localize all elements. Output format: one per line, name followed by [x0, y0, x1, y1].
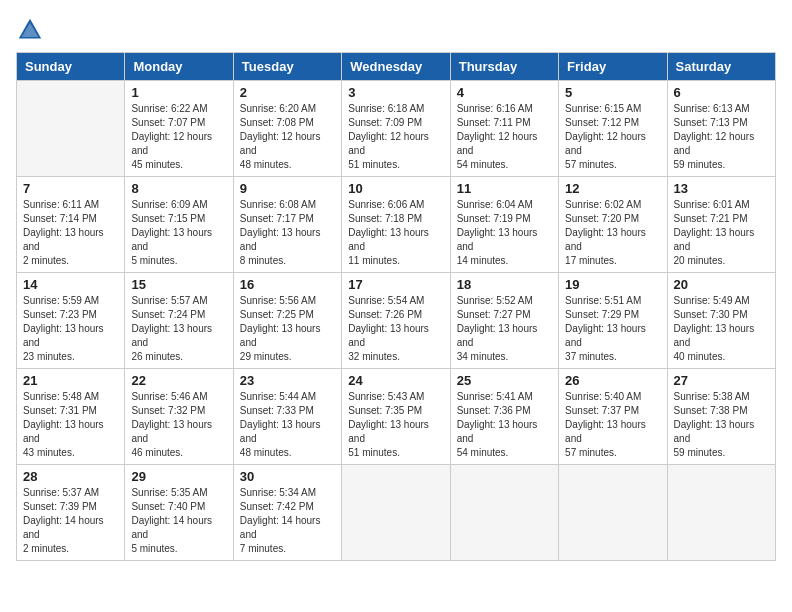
day-info: Sunrise: 6:06 AMSunset: 7:18 PMDaylight:… — [348, 198, 443, 268]
calendar-cell: 15Sunrise: 5:57 AMSunset: 7:24 PMDayligh… — [125, 273, 233, 369]
calendar-cell: 6Sunrise: 6:13 AMSunset: 7:13 PMDaylight… — [667, 81, 775, 177]
day-info: Sunrise: 6:16 AMSunset: 7:11 PMDaylight:… — [457, 102, 552, 172]
calendar-cell: 2Sunrise: 6:20 AMSunset: 7:08 PMDaylight… — [233, 81, 341, 177]
day-number: 13 — [674, 181, 769, 196]
day-info: Sunrise: 6:08 AMSunset: 7:17 PMDaylight:… — [240, 198, 335, 268]
calendar-cell: 11Sunrise: 6:04 AMSunset: 7:19 PMDayligh… — [450, 177, 558, 273]
weekday-header-wednesday: Wednesday — [342, 53, 450, 81]
calendar-header-row: SundayMondayTuesdayWednesdayThursdayFrid… — [17, 53, 776, 81]
weekday-header-friday: Friday — [559, 53, 667, 81]
day-info: Sunrise: 5:35 AMSunset: 7:40 PMDaylight:… — [131, 486, 226, 556]
calendar-cell: 3Sunrise: 6:18 AMSunset: 7:09 PMDaylight… — [342, 81, 450, 177]
calendar-cell: 8Sunrise: 6:09 AMSunset: 7:15 PMDaylight… — [125, 177, 233, 273]
page-header — [16, 16, 776, 44]
calendar-cell: 1Sunrise: 6:22 AMSunset: 7:07 PMDaylight… — [125, 81, 233, 177]
day-info: Sunrise: 6:01 AMSunset: 7:21 PMDaylight:… — [674, 198, 769, 268]
day-info: Sunrise: 5:37 AMSunset: 7:39 PMDaylight:… — [23, 486, 118, 556]
day-number: 17 — [348, 277, 443, 292]
day-info: Sunrise: 5:59 AMSunset: 7:23 PMDaylight:… — [23, 294, 118, 364]
calendar-cell: 18Sunrise: 5:52 AMSunset: 7:27 PMDayligh… — [450, 273, 558, 369]
calendar-week-1: 1Sunrise: 6:22 AMSunset: 7:07 PMDaylight… — [17, 81, 776, 177]
calendar-cell: 28Sunrise: 5:37 AMSunset: 7:39 PMDayligh… — [17, 465, 125, 561]
day-number: 16 — [240, 277, 335, 292]
day-info: Sunrise: 6:22 AMSunset: 7:07 PMDaylight:… — [131, 102, 226, 172]
day-info: Sunrise: 6:09 AMSunset: 7:15 PMDaylight:… — [131, 198, 226, 268]
calendar-cell: 20Sunrise: 5:49 AMSunset: 7:30 PMDayligh… — [667, 273, 775, 369]
day-number: 9 — [240, 181, 335, 196]
day-info: Sunrise: 6:18 AMSunset: 7:09 PMDaylight:… — [348, 102, 443, 172]
calendar-cell: 30Sunrise: 5:34 AMSunset: 7:42 PMDayligh… — [233, 465, 341, 561]
calendar-week-4: 21Sunrise: 5:48 AMSunset: 7:31 PMDayligh… — [17, 369, 776, 465]
day-info: Sunrise: 5:46 AMSunset: 7:32 PMDaylight:… — [131, 390, 226, 460]
day-number: 27 — [674, 373, 769, 388]
weekday-header-sunday: Sunday — [17, 53, 125, 81]
day-number: 12 — [565, 181, 660, 196]
day-info: Sunrise: 5:41 AMSunset: 7:36 PMDaylight:… — [457, 390, 552, 460]
day-info: Sunrise: 5:34 AMSunset: 7:42 PMDaylight:… — [240, 486, 335, 556]
day-number: 8 — [131, 181, 226, 196]
day-number: 24 — [348, 373, 443, 388]
calendar-cell: 12Sunrise: 6:02 AMSunset: 7:20 PMDayligh… — [559, 177, 667, 273]
day-number: 2 — [240, 85, 335, 100]
day-number: 4 — [457, 85, 552, 100]
day-number: 15 — [131, 277, 226, 292]
calendar-cell: 13Sunrise: 6:01 AMSunset: 7:21 PMDayligh… — [667, 177, 775, 273]
day-number: 30 — [240, 469, 335, 484]
calendar-cell: 21Sunrise: 5:48 AMSunset: 7:31 PMDayligh… — [17, 369, 125, 465]
day-number: 21 — [23, 373, 118, 388]
calendar-cell: 4Sunrise: 6:16 AMSunset: 7:11 PMDaylight… — [450, 81, 558, 177]
calendar-cell: 5Sunrise: 6:15 AMSunset: 7:12 PMDaylight… — [559, 81, 667, 177]
day-number: 18 — [457, 277, 552, 292]
calendar-cell: 26Sunrise: 5:40 AMSunset: 7:37 PMDayligh… — [559, 369, 667, 465]
weekday-header-monday: Monday — [125, 53, 233, 81]
calendar-cell: 7Sunrise: 6:11 AMSunset: 7:14 PMDaylight… — [17, 177, 125, 273]
day-info: Sunrise: 6:13 AMSunset: 7:13 PMDaylight:… — [674, 102, 769, 172]
calendar-cell — [342, 465, 450, 561]
logo — [16, 16, 48, 44]
day-number: 28 — [23, 469, 118, 484]
day-number: 29 — [131, 469, 226, 484]
calendar-cell: 10Sunrise: 6:06 AMSunset: 7:18 PMDayligh… — [342, 177, 450, 273]
day-number: 25 — [457, 373, 552, 388]
calendar-cell: 14Sunrise: 5:59 AMSunset: 7:23 PMDayligh… — [17, 273, 125, 369]
day-info: Sunrise: 5:54 AMSunset: 7:26 PMDaylight:… — [348, 294, 443, 364]
day-number: 6 — [674, 85, 769, 100]
calendar-cell: 22Sunrise: 5:46 AMSunset: 7:32 PMDayligh… — [125, 369, 233, 465]
calendar-cell: 24Sunrise: 5:43 AMSunset: 7:35 PMDayligh… — [342, 369, 450, 465]
weekday-header-tuesday: Tuesday — [233, 53, 341, 81]
day-info: Sunrise: 6:20 AMSunset: 7:08 PMDaylight:… — [240, 102, 335, 172]
day-number: 11 — [457, 181, 552, 196]
day-info: Sunrise: 6:15 AMSunset: 7:12 PMDaylight:… — [565, 102, 660, 172]
calendar-cell — [559, 465, 667, 561]
calendar-cell — [667, 465, 775, 561]
day-info: Sunrise: 5:48 AMSunset: 7:31 PMDaylight:… — [23, 390, 118, 460]
day-info: Sunrise: 5:51 AMSunset: 7:29 PMDaylight:… — [565, 294, 660, 364]
calendar-cell: 23Sunrise: 5:44 AMSunset: 7:33 PMDayligh… — [233, 369, 341, 465]
calendar-week-3: 14Sunrise: 5:59 AMSunset: 7:23 PMDayligh… — [17, 273, 776, 369]
calendar-cell: 27Sunrise: 5:38 AMSunset: 7:38 PMDayligh… — [667, 369, 775, 465]
day-info: Sunrise: 6:11 AMSunset: 7:14 PMDaylight:… — [23, 198, 118, 268]
calendar-week-2: 7Sunrise: 6:11 AMSunset: 7:14 PMDaylight… — [17, 177, 776, 273]
calendar-table: SundayMondayTuesdayWednesdayThursdayFrid… — [16, 52, 776, 561]
day-number: 7 — [23, 181, 118, 196]
day-number: 3 — [348, 85, 443, 100]
day-number: 23 — [240, 373, 335, 388]
day-info: Sunrise: 5:43 AMSunset: 7:35 PMDaylight:… — [348, 390, 443, 460]
calendar-cell: 16Sunrise: 5:56 AMSunset: 7:25 PMDayligh… — [233, 273, 341, 369]
day-number: 20 — [674, 277, 769, 292]
weekday-header-thursday: Thursday — [450, 53, 558, 81]
day-info: Sunrise: 5:57 AMSunset: 7:24 PMDaylight:… — [131, 294, 226, 364]
calendar-cell: 19Sunrise: 5:51 AMSunset: 7:29 PMDayligh… — [559, 273, 667, 369]
day-info: Sunrise: 5:52 AMSunset: 7:27 PMDaylight:… — [457, 294, 552, 364]
calendar-cell: 9Sunrise: 6:08 AMSunset: 7:17 PMDaylight… — [233, 177, 341, 273]
day-info: Sunrise: 5:40 AMSunset: 7:37 PMDaylight:… — [565, 390, 660, 460]
calendar-cell: 17Sunrise: 5:54 AMSunset: 7:26 PMDayligh… — [342, 273, 450, 369]
logo-icon — [16, 16, 44, 44]
day-number: 5 — [565, 85, 660, 100]
day-number: 10 — [348, 181, 443, 196]
calendar-cell: 25Sunrise: 5:41 AMSunset: 7:36 PMDayligh… — [450, 369, 558, 465]
calendar-week-5: 28Sunrise: 5:37 AMSunset: 7:39 PMDayligh… — [17, 465, 776, 561]
day-info: Sunrise: 5:56 AMSunset: 7:25 PMDaylight:… — [240, 294, 335, 364]
calendar-cell — [17, 81, 125, 177]
day-number: 22 — [131, 373, 226, 388]
